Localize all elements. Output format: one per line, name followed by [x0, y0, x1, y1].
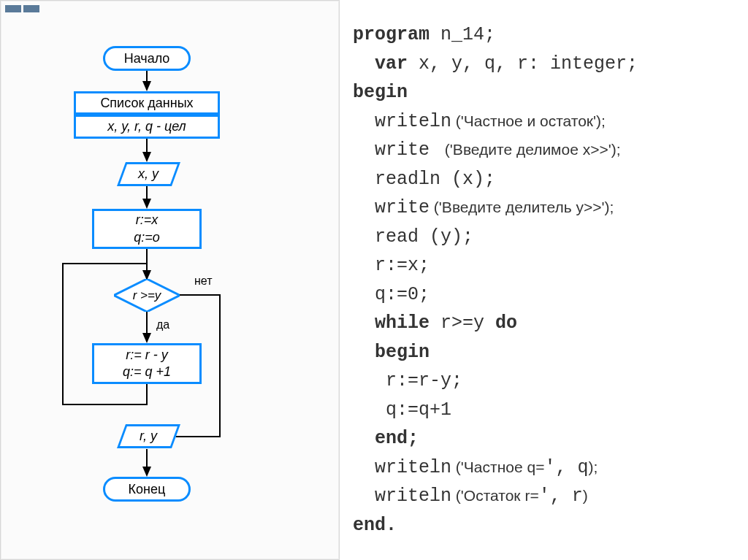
end-label: Конец: [129, 482, 166, 497]
code-line-4: writeln ('Частное и остаток');: [353, 107, 741, 137]
init-line1: r:=x: [136, 212, 159, 229]
data-header-label: Список данных: [100, 96, 193, 111]
body-line1: r:= r - y: [126, 347, 168, 364]
code-line-2: var x, y, q, r: integer;: [353, 50, 741, 79]
flowchart-data-header: Список данных: [74, 91, 220, 115]
code-line-10: q:=0;: [353, 280, 741, 310]
flowchart-decision: r >=y: [114, 279, 180, 312]
decision-no-label: нет: [194, 275, 213, 288]
decision-label: r >=y: [114, 279, 180, 312]
code-line-13: r:=r-y;: [353, 367, 741, 396]
flowchart-body: r:= r - y q:= q +1: [92, 343, 202, 384]
flowchart-panel: Начало Список данных x, y, r, q - цел x,…: [0, 0, 340, 560]
decision-yes-label: да: [156, 318, 169, 331]
code-line-14: q:=q+1: [353, 396, 741, 425]
code-line-7: write ('Введите делитель y>>');: [353, 193, 741, 223]
code-panel: program n_14; var x, y, q, r: integer; b…: [340, 0, 748, 560]
code-line-11: while r>=y do: [353, 309, 741, 338]
code-line-9: r:=x;: [353, 251, 741, 280]
code-line-5: write ('Введите делимое x>>');: [353, 136, 741, 165]
code-line-3: begin: [353, 78, 741, 107]
data-vars-label: x, y, r, q - цел: [107, 119, 186, 134]
code-line-12: begin: [353, 338, 741, 367]
code-line-16: writeln ('Частное q=', q);: [353, 453, 741, 483]
flowchart-init: r:=x q:=o: [92, 209, 202, 249]
code-line-1: program n_14;: [353, 20, 741, 50]
flowchart: Начало Список данных x, y, r, q - цел x,…: [1, 1, 339, 559]
code-line-8: read (y);: [353, 223, 741, 252]
code-line-18: end.: [353, 511, 741, 540]
code-line-6: readln (x);: [353, 165, 741, 194]
input-label: x, y: [138, 166, 159, 182]
flowchart-output: r, y: [117, 424, 180, 448]
flowchart-data-vars: x, y, r, q - цел: [74, 115, 220, 139]
flowchart-input: x, y: [117, 162, 180, 186]
flowchart-start: Начало: [103, 46, 191, 71]
code-line-15: end;: [353, 424, 741, 453]
output-label: r, y: [140, 429, 157, 444]
code-line-17: writeln ('Остаток r=', r): [353, 482, 741, 511]
flowchart-end: Конец: [103, 477, 191, 502]
start-label: Начало: [124, 51, 170, 66]
body-line2: q:= q +1: [123, 364, 171, 380]
init-line2: q:=o: [134, 229, 160, 246]
